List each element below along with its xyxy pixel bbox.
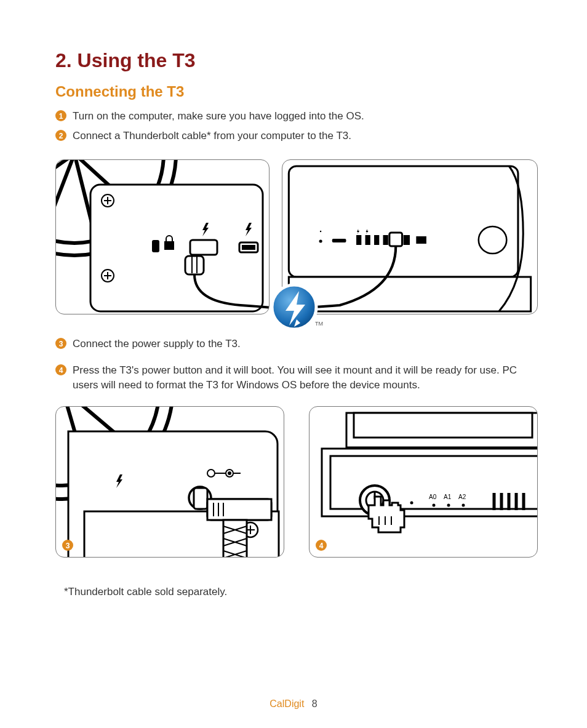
svg-text:3: 3 [66, 541, 70, 550]
svg-rect-23 [185, 256, 204, 274]
corner-badge-3-icon: 3 [62, 540, 73, 551]
step-3: 3 Connect the power supply to the T3. [55, 337, 538, 351]
svg-rect-75 [354, 413, 532, 438]
svg-line-48 [56, 407, 62, 474]
illustration-power: 3 [55, 406, 284, 558]
footer-brand: CalDigit [270, 698, 304, 709]
svg-rect-36 [389, 233, 402, 246]
svg-line-9 [56, 160, 74, 234]
svg-text:TM: TM [315, 321, 323, 327]
svg-text:2: 2 [59, 131, 63, 140]
footnote: *Thunderbolt cable sold separately. [64, 586, 538, 598]
subsection-heading: Connecting the T3 [55, 83, 538, 100]
svg-rect-60 [194, 488, 207, 509]
svg-rect-11 [90, 185, 263, 311]
svg-text:4: 4 [59, 366, 63, 375]
svg-rect-95 [391, 516, 392, 525]
svg-rect-31 [383, 235, 388, 245]
illustration-row-1: TM [55, 159, 538, 314]
svg-point-56 [228, 472, 231, 474]
svg-rect-18 [152, 240, 159, 252]
svg-rect-27 [332, 239, 346, 242]
svg-point-35 [320, 230, 321, 231]
section-heading: 2. Using the T3 [55, 49, 538, 72]
cursor-hand-icon [369, 497, 404, 532]
step-1: 1 Turn on the computer, make sure you ha… [55, 109, 538, 124]
badge-1-icon: 1 [55, 110, 66, 121]
step-4-text: Press the T3's power button and it will … [73, 363, 538, 393]
svg-text:3: 3 [59, 339, 63, 348]
svg-rect-33 [404, 235, 410, 245]
badge-4-icon: 4 [55, 364, 66, 375]
svg-rect-34 [416, 236, 426, 244]
svg-point-26 [319, 239, 322, 242]
step-2-text: Connect a Thunderbolt cable* from your c… [73, 129, 538, 143]
step-3-text: Connect the power supply to the T3. [73, 337, 538, 351]
svg-point-81 [410, 501, 413, 504]
svg-rect-93 [378, 516, 380, 525]
step-1-text: Turn on the computer, make sure you have… [73, 109, 538, 124]
corner-badge-4-icon: 4 [316, 540, 327, 551]
svg-rect-21 [242, 245, 255, 250]
svg-rect-24 [289, 166, 518, 277]
step-2: 2 Connect a Thunderbolt cable* from your… [55, 129, 538, 143]
svg-rect-94 [385, 516, 386, 525]
page-footer: CalDigit 8 [0, 698, 587, 710]
svg-text:1: 1 [59, 112, 63, 121]
svg-rect-28 [356, 235, 361, 245]
badge-2-icon: 2 [55, 130, 66, 141]
badge-3-icon: 3 [55, 338, 66, 349]
illustration-row-2: 3 A0 A1 A2 [55, 406, 538, 558]
svg-rect-29 [365, 235, 370, 245]
svg-text:A1: A1 [444, 494, 452, 500]
svg-rect-22 [190, 240, 217, 255]
svg-text:A0: A0 [429, 494, 437, 500]
svg-point-83 [447, 503, 450, 506]
svg-text:4: 4 [319, 541, 324, 550]
step-4: 4 Press the T3's power button and it wil… [55, 363, 538, 393]
svg-point-82 [433, 503, 436, 506]
illustration-t3-back [55, 159, 270, 314]
illustration-power-button: A0 A1 A2 4 [309, 406, 538, 558]
footer-page-number: 8 [312, 698, 317, 709]
svg-rect-30 [374, 235, 379, 245]
svg-point-84 [462, 503, 465, 506]
thunderbolt-logo-icon: TM [270, 282, 324, 337]
svg-text:A2: A2 [458, 494, 466, 500]
